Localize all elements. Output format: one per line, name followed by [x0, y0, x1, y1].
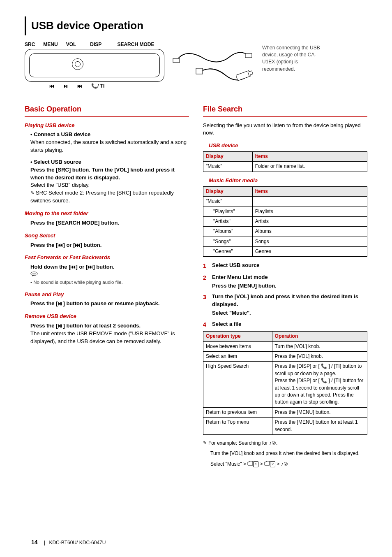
cell: Press the [VOL] knob. [272, 352, 367, 362]
step-number: 2 [203, 274, 209, 290]
th-display: Display [203, 186, 253, 196]
table-row: Display Items [203, 152, 367, 162]
table-row: Display Items [203, 186, 367, 196]
bullet-select-note-text: SRC Select mode 2: Pressing the [SRC] bu… [30, 190, 174, 204]
remove-text2: The unit enters the USB REMOVE mode ("US… [30, 330, 189, 346]
cell-items: Folder or file name list. [252, 162, 367, 172]
fast-pre: Hold down the [ [30, 264, 70, 270]
usb-cable-illustration [170, 44, 256, 90]
pause-text: Press the [⏯] button to pause or resume … [30, 300, 189, 308]
fast-text: Hold down the [⏮] or [⏭] button. [30, 263, 189, 271]
folder-1-badge: 1 [253, 461, 258, 467]
th-items: Items [252, 186, 367, 196]
bullet-select-note: ✎SRC Select mode 2: Pressing the [SRC] b… [30, 189, 189, 205]
cell: "Genres" [203, 247, 253, 257]
heading-file-search: File Search [203, 104, 367, 114]
fast-mid: ] or [ [76, 264, 88, 270]
sub-remove: Remove USB device [25, 313, 189, 320]
heading-rule [203, 116, 367, 117]
cell: Press the [MENU] button for at least 1 s… [272, 418, 367, 435]
note-bubble-icon [30, 271, 38, 276]
step-3: 3 Turn the [VOL] knob and press it when … [203, 293, 367, 317]
ex3-mid2: > [277, 461, 281, 467]
label-menu: MENU [43, 41, 58, 48]
ex1-post: . [276, 440, 277, 446]
table-row: "Genres"Genres [203, 247, 367, 257]
cell: "Artists" [203, 216, 253, 226]
cell: Playlists [252, 207, 367, 216]
right-column: File Search Selecting the file you want … [203, 101, 367, 468]
th-display: Display [203, 152, 253, 162]
table-row: "Music" Folder or file name list. [203, 162, 367, 172]
top-labels: SRC MENU VOL DISP SEARCH MODE [25, 41, 164, 48]
next-icon: ⏭ [75, 242, 80, 248]
cell: Artists [252, 216, 367, 226]
play-pause-icon: ⏯ [58, 300, 63, 306]
pencil-icon: ✎ [30, 190, 34, 196]
song-post: ] button. [80, 242, 101, 248]
step-1: 1 Select USB source [203, 262, 367, 270]
page-title-wrap: USB device Operation [25, 16, 367, 35]
folder-2-badge: 2 [270, 461, 275, 467]
sub-pause: Pause and Play [25, 291, 189, 299]
left-column: Basic Operation Playing USB device • Con… [25, 101, 189, 468]
usb-table: Display Items "Music" Folder or file nam… [203, 151, 367, 172]
label-prev: ⏮ [49, 83, 54, 90]
cell-line: Press the [DISP] or [ 📞 ] / [TI] button … [275, 377, 364, 406]
step-number: 3 [203, 293, 209, 317]
diagram-row: SRC MENU VOL DISP SEARCH MODE ⏮ ⏯ ⏭ 📞/ T… [25, 41, 367, 90]
pause-pre: Press the [ [30, 300, 58, 306]
cell-line: Press the [DISP] or [ 📞 ] / [TI] button … [275, 363, 364, 377]
fast-note: No sound is output while playing audio f… [30, 279, 189, 286]
song-mid: ] or [ [63, 242, 75, 248]
svg-rect-2 [196, 68, 203, 74]
cell: Albums [252, 227, 367, 237]
label-src: SRC [25, 41, 35, 48]
circled-2: ② [284, 461, 288, 467]
svg-rect-0 [173, 58, 180, 63]
cell: Move between items [203, 341, 272, 351]
step-text: Select "Music". [212, 309, 367, 317]
step-2: 2 Enter Menu List mode Press the [MENU] … [203, 274, 367, 290]
prev-icon: ⏮ [58, 242, 63, 248]
cell: High Speed Search [203, 362, 272, 407]
footer-model: KDC-BT60U/ KDC-6047U [49, 540, 106, 545]
example-line-1: ✎For example: Searching for ♪②. [203, 440, 367, 447]
cell: Return to previous item [203, 407, 272, 417]
th-op-type: Operation type [203, 332, 272, 341]
note-icon-wrap [30, 271, 189, 279]
ex3-pre: Select "Music" > [210, 461, 247, 467]
bullet-connect-text: When connected, the source is switched a… [30, 139, 189, 154]
label-phone-ti: 📞/ TI [91, 83, 104, 90]
label-search-mode: SEARCH MODE [117, 41, 154, 48]
th-op: Operation [272, 332, 367, 341]
table-row: "Albums"Albums [203, 227, 367, 237]
heading-rule [25, 116, 189, 117]
table-row: Operation type Operation [203, 332, 367, 341]
cell: Press the [MENU] button. [272, 407, 367, 417]
operations-table: Operation type Operation Move between it… [203, 331, 367, 435]
pencil-icon: ✎ [203, 440, 207, 446]
remove-pre: Press the [ [30, 323, 58, 329]
heading-basic-operation: Basic Operation [25, 104, 189, 114]
page-number: 14 [31, 539, 38, 545]
stereo-diagram: SRC MENU VOL DISP SEARCH MODE ⏮ ⏯ ⏭ 📞/ T… [25, 41, 164, 90]
label-disp: DISP [90, 41, 101, 48]
example-line-2: Turn the [VOL] knob and press it when th… [210, 450, 367, 457]
cell: Genres [252, 247, 367, 257]
bullet-connect-title: • Connect a USB device [30, 131, 189, 139]
vol-knob-illustration [72, 58, 83, 70]
stereo-faceplate-illustration [25, 49, 164, 82]
circled-2: ② [272, 440, 276, 446]
folder-icon [264, 461, 270, 468]
sub-song: Song Select [25, 232, 189, 240]
cell: "Music" [203, 197, 253, 207]
table-row: Select an itemPress the [VOL] knob. [203, 352, 367, 362]
table-row: Return to previous itemPress the [MENU] … [203, 407, 367, 417]
step-number: 4 [203, 320, 209, 329]
table-row: "Songs"Songs [203, 237, 367, 246]
fast-post: ] button. [93, 264, 114, 270]
play-pause-icon: ⏯ [58, 323, 63, 329]
sub-fast: Fast Forwards or Fast Backwards [25, 254, 189, 262]
file-search-intro: Selecting the file you want to listen to… [203, 122, 367, 137]
